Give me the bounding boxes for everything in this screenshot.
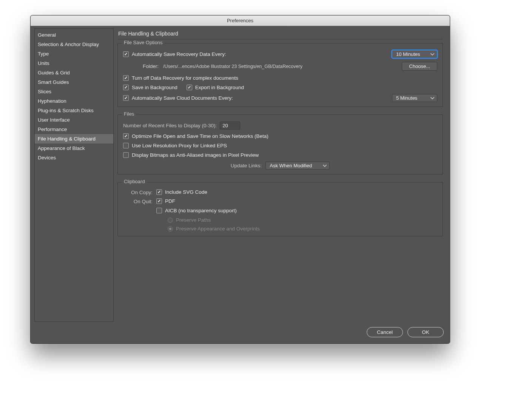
sidebar-item-units[interactable]: Units bbox=[35, 59, 113, 68]
label-save-background: Save in Background bbox=[132, 85, 177, 90]
checkbox-pdf[interactable] bbox=[156, 198, 162, 204]
sidebar-item-plugins-scratch[interactable]: Plug-ins & Scratch Disks bbox=[35, 106, 113, 115]
label-export-background: Export in Background bbox=[195, 85, 244, 90]
preferences-sidebar: General Selection & Anchor Display Type … bbox=[34, 28, 114, 322]
radio-preserve-paths bbox=[168, 218, 173, 223]
label-preserve-appearance: Preserve Appearance and Overprints bbox=[176, 226, 260, 232]
window-titlebar: Preferences bbox=[31, 15, 450, 26]
sidebar-item-general[interactable]: General bbox=[35, 30, 113, 40]
label-update-links: Update Links: bbox=[231, 163, 262, 168]
group-files: Files Number of Recent Files to Display … bbox=[117, 114, 443, 174]
label-folder: Folder: bbox=[137, 63, 159, 69]
label-include-svg: Include SVG Code bbox=[165, 189, 207, 195]
select-cloud-interval[interactable]: 5 Minutes bbox=[392, 94, 437, 102]
checkbox-auto-save-recovery[interactable] bbox=[123, 51, 129, 57]
sidebar-item-guides-grid[interactable]: Guides & Grid bbox=[35, 68, 113, 77]
group-file-save-options: File Save Options Automatically Save Rec… bbox=[117, 43, 443, 107]
dialog-footer: Cancel OK bbox=[31, 322, 450, 343]
checkbox-turn-off-complex[interactable] bbox=[123, 75, 129, 81]
ok-button[interactable]: OK bbox=[407, 327, 444, 337]
label-aicb: AICB (no transparency support) bbox=[165, 208, 237, 213]
select-recovery-interval-value: 10 Minutes bbox=[396, 51, 420, 57]
chevron-down-icon bbox=[323, 165, 327, 167]
select-cloud-interval-value: 5 Minutes bbox=[396, 95, 417, 101]
label-pdf: PDF bbox=[165, 198, 175, 204]
sidebar-item-performance[interactable]: Performance bbox=[35, 125, 113, 134]
main-area: General Selection & Anchor Display Type … bbox=[31, 26, 450, 322]
sidebar-item-type[interactable]: Type bbox=[35, 49, 113, 59]
window-title: Preferences bbox=[227, 18, 253, 23]
chevron-down-icon bbox=[430, 97, 434, 99]
checkbox-auto-save-cloud[interactable] bbox=[123, 95, 129, 101]
sidebar-item-file-handling-clipboard[interactable]: File Handling & Clipboard bbox=[35, 134, 113, 144]
group-title-files: Files bbox=[122, 111, 136, 117]
label-low-res-proxy: Use Low Resolution Proxy for Linked EPS bbox=[132, 143, 227, 148]
sidebar-item-smart-guides[interactable]: Smart Guides bbox=[35, 77, 113, 87]
button-choose-folder[interactable]: Choose... bbox=[402, 62, 437, 71]
checkbox-bitmaps-antialiased[interactable] bbox=[123, 152, 129, 158]
label-on-quit: On Quit: bbox=[123, 198, 153, 204]
group-title-file-save: File Save Options bbox=[122, 40, 165, 45]
label-auto-save-recovery: Automatically Save Recovery Data Every: bbox=[132, 51, 226, 57]
checkbox-save-background[interactable] bbox=[123, 85, 129, 90]
label-bitmaps-antialiased: Display Bitmaps as Anti-Aliased images i… bbox=[132, 152, 259, 158]
input-recent-files[interactable] bbox=[220, 122, 240, 130]
chevron-down-icon bbox=[430, 53, 434, 56]
checkbox-include-svg[interactable] bbox=[156, 189, 162, 195]
sidebar-item-appearance-black[interactable]: Appearance of Black bbox=[35, 144, 113, 153]
group-title-clipboard: Clipboard bbox=[122, 179, 147, 184]
sidebar-item-user-interface[interactable]: User Interface bbox=[35, 115, 113, 125]
sidebar-item-selection-anchor[interactable]: Selection & Anchor Display bbox=[35, 40, 113, 49]
preferences-window: Preferences General Selection & Anchor D… bbox=[30, 15, 450, 344]
select-recovery-interval[interactable]: 10 Minutes bbox=[392, 50, 437, 58]
group-clipboard: Clipboard On Copy: Include SVG Code On Q… bbox=[117, 182, 443, 236]
sidebar-item-hyphenation[interactable]: Hyphenation bbox=[35, 96, 113, 106]
select-update-links-value: Ask When Modified bbox=[270, 163, 312, 168]
label-turn-off-complex: Turn off Data Recovery for complex docum… bbox=[132, 75, 238, 81]
label-auto-save-cloud: Automatically Save Cloud Documents Every… bbox=[132, 95, 233, 101]
checkbox-export-background[interactable] bbox=[187, 85, 192, 90]
folder-path: /Users/...ences/Adobe Illustrator 23 Set… bbox=[163, 64, 397, 69]
checkbox-aicb[interactable] bbox=[156, 208, 162, 213]
label-on-copy: On Copy: bbox=[123, 189, 153, 195]
preferences-content: File Handling & Clipboard File Save Opti… bbox=[117, 28, 446, 322]
radio-preserve-appearance bbox=[168, 226, 173, 232]
select-update-links[interactable]: Ask When Modified bbox=[265, 162, 330, 170]
sidebar-item-devices[interactable]: Devices bbox=[35, 153, 113, 162]
window-body: General Selection & Anchor Display Type … bbox=[31, 26, 450, 343]
cancel-button[interactable]: Cancel bbox=[367, 327, 403, 337]
checkbox-optimize-network[interactable] bbox=[123, 133, 129, 139]
sidebar-item-slices[interactable]: Slices bbox=[35, 87, 113, 96]
panel-title: File Handling & Clipboard bbox=[117, 28, 443, 39]
checkbox-low-res-proxy[interactable] bbox=[123, 143, 129, 148]
label-preserve-paths: Preserve Paths bbox=[176, 217, 211, 223]
label-recent-files: Number of Recent Files to Display (0-30)… bbox=[123, 123, 217, 128]
label-optimize-network: Optimize File Open and Save Time on Slow… bbox=[132, 133, 268, 139]
